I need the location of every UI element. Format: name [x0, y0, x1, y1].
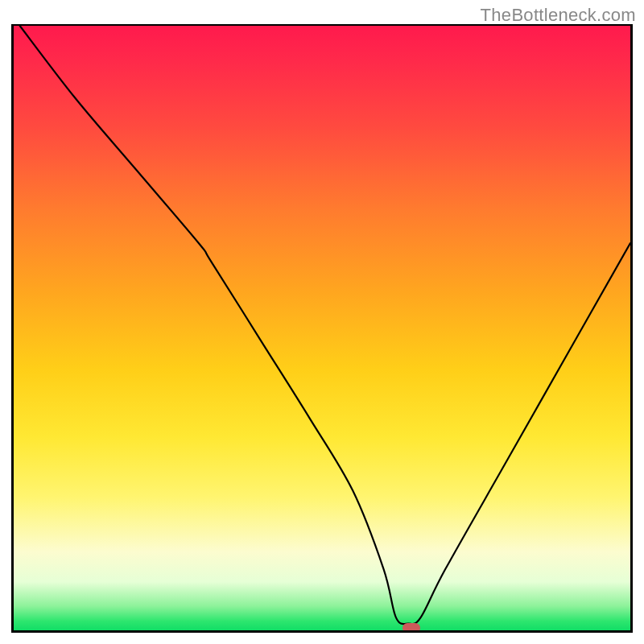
optimum-marker-icon — [402, 623, 420, 633]
curve-path — [20, 26, 630, 624]
chart-stage: TheBottleneck.com — [0, 0, 644, 644]
bottleneck-curve — [14, 26, 630, 630]
plot-frame — [11, 24, 633, 633]
watermark-text: TheBottleneck.com — [481, 5, 636, 26]
